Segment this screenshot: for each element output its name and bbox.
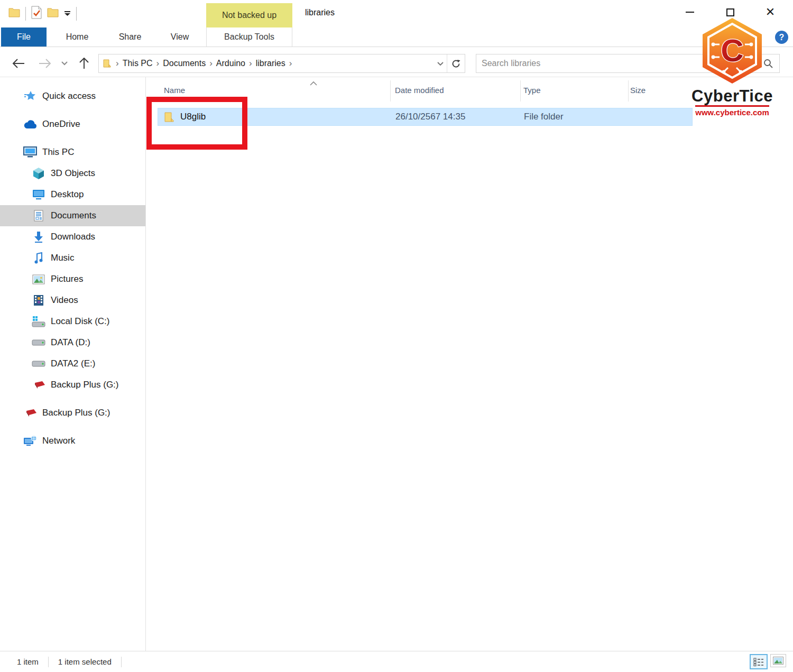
status-separator [121, 657, 122, 667]
quick-access-icon [23, 90, 37, 103]
column-header-name[interactable]: Name [164, 86, 185, 95]
sidebar-item-label: Music [51, 253, 74, 263]
sidebar-item-label: Desktop [51, 189, 84, 200]
backup-status-badge[interactable]: Not backed up [206, 3, 292, 27]
desktop-icon [32, 188, 45, 201]
large-icons-view-button[interactable] [770, 654, 786, 667]
document-icon [32, 209, 45, 222]
tab-home[interactable]: Home [53, 27, 102, 47]
chevron-down-icon [61, 61, 68, 66]
minimize-icon [686, 12, 694, 13]
sidebar-item-label: Network [42, 436, 75, 446]
sidebar-item-desktop[interactable]: Desktop [0, 184, 145, 205]
cube-icon [32, 167, 45, 180]
sidebar-item-label: DATA2 (E:) [51, 358, 95, 369]
sidebar-item-label: Quick access [42, 91, 96, 102]
network-icon [23, 435, 37, 447]
breadcrumb-arduino[interactable]: Arduino [214, 59, 248, 68]
back-button[interactable] [10, 55, 27, 72]
sidebar-item-backup-plus-g-root[interactable]: Backup Plus (G:) [0, 402, 145, 424]
logo-site-url: www.cybertice.com [695, 105, 769, 117]
cybertice-hexagon-icon: C [702, 17, 763, 85]
tab-view[interactable]: View [156, 27, 203, 47]
customize-toolbar-icon[interactable] [64, 9, 71, 19]
column-header-type[interactable]: Type [523, 86, 541, 95]
onedrive-cloud-icon [23, 118, 37, 131]
help-button[interactable]: ? [775, 31, 788, 44]
sidebar-item-label: Documents [51, 210, 96, 221]
sidebar-item-music[interactable]: Music [0, 247, 145, 269]
title-bar: Not backed up libraries ✕ [0, 0, 793, 27]
sidebar-item-documents[interactable]: Documents [0, 205, 145, 226]
download-arrow-icon [32, 231, 45, 243]
column-header-date-modified[interactable]: Date modified [395, 86, 444, 95]
sidebar-item-label: DATA (D:) [51, 337, 90, 348]
navigation-pane: Quick access OneDrive This PC 3D Objects [0, 86, 145, 452]
details-view-icon [753, 658, 764, 666]
breadcrumb-separator: › [155, 58, 161, 69]
external-drive-icon [23, 407, 37, 419]
picture-icon [32, 273, 45, 286]
sidebar-item-data2-e[interactable]: DATA2 (E:) [0, 353, 145, 374]
sidebar-item-label: Pictures [51, 274, 83, 284]
column-separator[interactable] [390, 80, 391, 102]
sidebar-item-data-d[interactable]: DATA (D:) [0, 332, 145, 353]
sidebar-item-3d-objects[interactable]: 3D Objects [0, 163, 145, 184]
selection-count: 1 item selected [56, 657, 114, 666]
breadcrumb-separator: › [288, 58, 293, 69]
forward-button[interactable] [36, 55, 54, 72]
sidebar-item-local-disk-c[interactable]: Local Disk (C:) [0, 311, 145, 332]
arrow-left-icon [12, 59, 25, 68]
sidebar-item-this-pc[interactable]: This PC [0, 142, 145, 163]
properties-check-icon[interactable] [31, 6, 42, 21]
sidebar-item-label: Videos [51, 295, 78, 306]
folder-icon[interactable] [8, 7, 20, 20]
ribbon-tab-bar: File Home Share View Backup Tools [0, 27, 793, 47]
windows-drive-icon [32, 315, 45, 328]
sidebar-item-videos[interactable]: Videos [0, 290, 145, 311]
column-separator[interactable] [628, 80, 629, 102]
sidebar-item-downloads[interactable]: Downloads [0, 226, 145, 247]
column-separator[interactable] [520, 80, 521, 102]
column-header-size[interactable]: Size [630, 86, 646, 95]
sidebar-item-backup-plus-g[interactable]: Backup Plus (G:) [0, 374, 145, 395]
red-highlight-annotation [146, 97, 247, 150]
folder-icon[interactable] [47, 7, 59, 20]
sidebar-item-quick-access[interactable]: Quick access [0, 86, 145, 107]
sidebar-item-label: Backup Plus (G:) [51, 380, 119, 390]
sidebar-item-label: Backup Plus (G:) [42, 408, 110, 418]
item-count: 1 item [15, 657, 41, 666]
folder-icon [103, 59, 113, 68]
video-film-icon [32, 294, 45, 307]
tab-backup-tools[interactable]: Backup Tools [206, 27, 292, 47]
address-dropdown-icon[interactable] [437, 59, 444, 68]
tab-share[interactable]: Share [106, 27, 154, 47]
sidebar-item-onedrive[interactable]: OneDrive [0, 114, 145, 135]
tab-file[interactable]: File [1, 27, 47, 47]
status-bar: 1 item 1 item selected [0, 651, 793, 672]
sidebar-item-network[interactable]: Network [0, 430, 145, 452]
cybertice-logo: C CyberTice www.cybertice.com [689, 17, 775, 117]
sidebar-item-pictures[interactable]: Pictures [0, 269, 145, 290]
address-bar[interactable]: › This PC › Documents › Arduino › librar… [98, 54, 465, 73]
drive-icon [32, 336, 45, 349]
refresh-button[interactable] [447, 59, 465, 68]
logo-brand-text: CyberTice [689, 88, 775, 104]
file-type: File folder [524, 112, 564, 122]
breadcrumb-separator: › [115, 58, 120, 69]
arrow-up-icon [79, 58, 89, 69]
breadcrumb-this-pc[interactable]: This PC [120, 59, 155, 68]
details-view-button[interactable] [750, 654, 768, 669]
up-button[interactable] [75, 55, 93, 72]
breadcrumb-libraries[interactable]: libraries [253, 59, 288, 68]
status-separator [48, 657, 49, 667]
recent-locations-button[interactable] [58, 55, 71, 72]
breadcrumb-separator: › [208, 58, 214, 69]
maximize-icon [726, 8, 734, 16]
drive-icon [32, 357, 45, 370]
quick-access-toolbar [8, 6, 77, 21]
sort-ascending-icon [310, 78, 317, 87]
breadcrumb-documents[interactable]: Documents [160, 59, 208, 68]
external-drive-icon [32, 379, 45, 391]
toolbar-separator [76, 7, 77, 21]
